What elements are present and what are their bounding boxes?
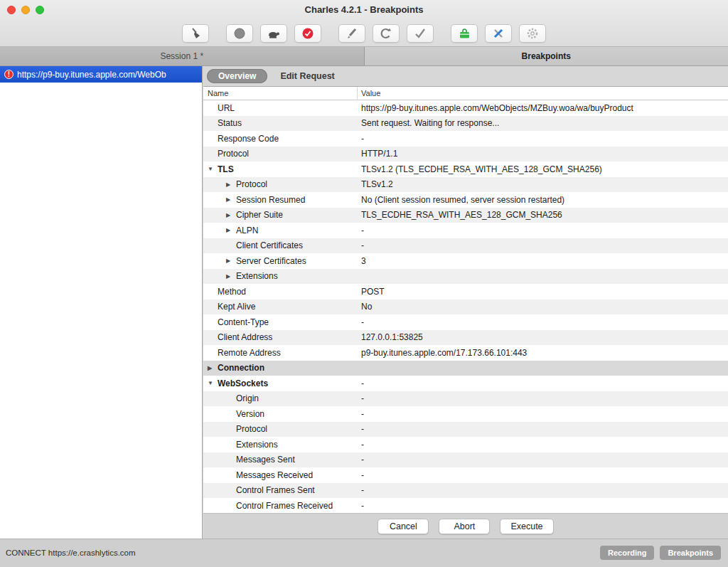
row-value: -	[360, 409, 728, 419]
abort-button[interactable]: Abort	[439, 519, 490, 534]
compose-pencil-button[interactable]	[338, 24, 365, 43]
row-name-cell: Kept Alive	[203, 302, 360, 312]
table-header: Name Value	[203, 87, 728, 100]
tools-button[interactable]	[485, 24, 512, 43]
settings-gear-button[interactable]	[519, 24, 546, 43]
clear-broom-button[interactable]	[182, 24, 209, 43]
table-row[interactable]: Control Frames Received-	[203, 498, 728, 513]
table-row[interactable]: ▶Session ResumedNo (Client session resum…	[203, 192, 728, 208]
row-name-cell: URL	[203, 103, 360, 113]
row-name-label: Connection	[218, 363, 264, 373]
subtab-edit-request[interactable]: Edit Request	[280, 71, 334, 81]
row-value: -	[360, 501, 728, 511]
row-value: -	[360, 240, 728, 250]
subtab-overview[interactable]: Overview	[207, 69, 267, 83]
column-header-name[interactable]: Name	[208, 89, 228, 97]
row-name-label: Kept Alive	[218, 302, 255, 312]
breakpoints-icon	[301, 26, 315, 41]
chevron-right-icon[interactable]: ▶	[226, 196, 236, 203]
row-name-cell: Content-Type	[203, 317, 360, 327]
row-value: -	[360, 455, 728, 465]
chevron-right-icon[interactable]: ▶	[226, 181, 236, 188]
row-value: 3	[360, 256, 728, 266]
chevron-right-icon[interactable]: ▶	[226, 227, 236, 233]
row-name-cell: ▶Cipher Suite	[203, 210, 360, 220]
breakpoint-hit-icon: !	[4, 70, 14, 79]
row-name-label: Client Address	[218, 332, 272, 342]
row-name-label: TLS	[218, 164, 234, 174]
settings-gear-icon	[525, 26, 540, 41]
table-row[interactable]: ▼TLSTLSv1.2 (TLS_ECDHE_RSA_WITH_AES_128_…	[203, 161, 728, 177]
table-row[interactable]: Control Frames Sent-	[203, 483, 728, 499]
breakpoints-status-badge[interactable]: Breakpoints	[660, 546, 721, 560]
column-divider[interactable]	[357, 87, 358, 100]
table-row[interactable]: ▶ProtocolTLSv1.2	[203, 177, 728, 193]
row-name-label: Control Frames Received	[236, 501, 333, 511]
recording-status-badge[interactable]: Recording	[600, 546, 654, 560]
clear-broom-icon	[188, 26, 203, 41]
breakpoint-list-item-selected[interactable]: ! https://p9-buy.itunes.apple.com/WebOb	[0, 66, 202, 83]
row-value: -	[360, 317, 728, 327]
table-row[interactable]: Messages Sent-	[203, 452, 728, 468]
table-row[interactable]: Client Address127.0.0.1:53825	[203, 330, 728, 346]
table-row[interactable]: ▶Cipher SuiteTLS_ECDHE_RSA_WITH_AES_128_…	[203, 208, 728, 223]
row-name-label: Session Resumed	[236, 195, 305, 205]
row-name-label: Status	[218, 118, 242, 128]
row-name-label: Messages Received	[236, 470, 313, 480]
row-name-label: Extensions	[236, 440, 278, 450]
repeat-button[interactable]	[373, 24, 400, 43]
table-row[interactable]: ▶Server Certificates3	[203, 253, 728, 269]
table-row[interactable]: StatusSent request. Waiting for response…	[203, 116, 728, 132]
tab-breakpoints-label: Breakpoints	[522, 51, 571, 61]
table-row[interactable]: Messages Received-	[203, 467, 728, 483]
table-row[interactable]: ▼WebSockets-	[203, 376, 728, 391]
row-name-label: Response Code	[218, 134, 279, 144]
chevron-right-icon[interactable]: ▶	[226, 258, 236, 264]
chevron-right-icon[interactable]: ▶	[226, 212, 236, 218]
row-name-cell: Status	[203, 118, 360, 128]
row-value: -	[360, 134, 728, 144]
chevron-right-icon[interactable]: ▶	[226, 273, 236, 280]
table-row[interactable]: Origin-	[203, 391, 728, 407]
toolbox-button[interactable]	[451, 24, 478, 43]
table-row[interactable]: Client Certificates-	[203, 238, 728, 254]
record-button[interactable]	[226, 24, 253, 43]
breakpoints-button[interactable]	[294, 24, 321, 43]
row-name-cell: Method	[203, 287, 360, 297]
charles-window: Charles 4.2.1 - Breakpoints Session 1 * …	[0, 0, 728, 567]
table-row[interactable]: ▶Extensions	[203, 269, 728, 285]
row-name-label: WebSockets	[218, 378, 268, 388]
table-row[interactable]: ProtocolHTTP/1.1	[203, 147, 728, 162]
row-value: 127.0.0.1:53825	[360, 332, 728, 342]
table-row[interactable]: Version-	[203, 406, 728, 422]
row-name-label: Cipher Suite	[236, 210, 283, 220]
table-row[interactable]: Remote Addressp9-buy.itunes.apple.com/17…	[203, 345, 728, 361]
table-row[interactable]: Extensions-	[203, 437, 728, 452]
row-value: TLS_ECDHE_RSA_WITH_AES_128_GCM_SHA256	[360, 210, 728, 220]
table-row[interactable]: MethodPOST	[203, 284, 728, 300]
cancel-button[interactable]: Cancel	[378, 519, 429, 534]
main-area: ! https://p9-buy.itunes.apple.com/WebOb …	[0, 66, 728, 539]
titlebar: Charles 4.2.1 - Breakpoints	[0, 0, 728, 20]
repeat-icon	[379, 26, 393, 41]
row-name-label: Server Certificates	[236, 256, 306, 266]
chevron-down-icon[interactable]: ▼	[208, 380, 218, 386]
detail-panel: Overview Edit Request Name Value URLhttp…	[203, 66, 728, 539]
column-header-value[interactable]: Value	[361, 89, 380, 97]
tab-breakpoints[interactable]: Breakpoints	[365, 47, 728, 65]
table-row[interactable]: Content-Type-	[203, 314, 728, 330]
row-value: POST	[360, 287, 728, 297]
table-row[interactable]: ▶ALPN-	[203, 223, 728, 238]
validate-check-button[interactable]	[407, 24, 434, 43]
execute-button[interactable]: Execute	[500, 519, 553, 534]
table-row[interactable]: Response Code-	[203, 131, 728, 147]
table-row[interactable]: URLhttps://p9-buy.itunes.apple.com/WebOb…	[203, 100, 728, 116]
row-name-label: Extensions	[236, 271, 278, 281]
table-row[interactable]: Kept AliveNo	[203, 300, 728, 315]
throttle-turtle-button[interactable]	[260, 24, 287, 43]
table-row[interactable]: Protocol-	[203, 422, 728, 438]
chevron-down-icon[interactable]: ▼	[208, 166, 218, 172]
chevron-right-icon[interactable]: ▶	[208, 365, 218, 371]
tab-session-1[interactable]: Session 1 *	[0, 47, 365, 65]
table-row[interactable]: ▶Connection	[203, 361, 728, 376]
